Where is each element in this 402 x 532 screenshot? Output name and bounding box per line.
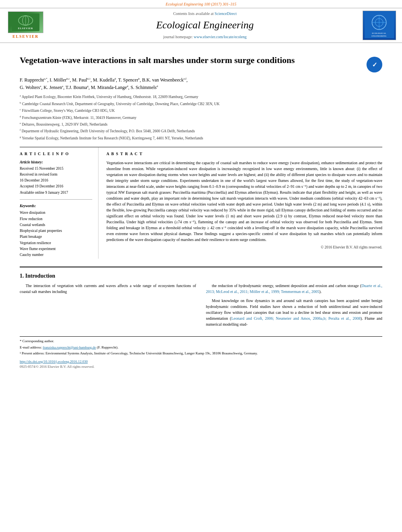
authors-line2: G. Wolterse, K. Jensena, T.J. Boumag, M.… — [20, 85, 158, 90]
footnote-1: ¹ Present address: Environmental Systems… — [20, 351, 382, 356]
affil-e: e Deltares, Boussinesqweg. 1, 2629 HV De… — [20, 121, 382, 127]
corresponding-email[interactable]: franziska.rupprecht@uni-hamburg.de — [43, 345, 96, 349]
keyword-1: Wave dissipation — [20, 210, 92, 215]
info-divider — [20, 199, 92, 200]
keywords-label: Keywords: — [20, 204, 92, 209]
intro-col2-para2: Most knowledge on flow dynamics in and a… — [206, 298, 383, 327]
crossmark-icon[interactable]: ✓ — [367, 57, 382, 72]
abstract-text: Vegetation-wave interactions are critica… — [106, 160, 382, 243]
journal-name: Ecological Engineering — [51, 18, 359, 32]
issn-line: 0925-8574/© 2016 Elsevier B.V. All right… — [20, 364, 382, 369]
article-info-title: A R T I C L E I N F O — [20, 151, 92, 157]
journal-header: ELSEVIER ELSEVIER Contents lists availab… — [0, 8, 402, 43]
affil-a: a Applied Plant Ecology, Biocenter Klein… — [20, 94, 382, 100]
introduction-section: 1. Introduction The interaction of veget… — [20, 267, 382, 331]
doi-anchor[interactable]: http://dx.doi.org/10.1016/j.ecoleng.2016… — [20, 360, 88, 363]
doi-link: http://dx.doi.org/10.1016/j.ecoleng.2016… — [20, 359, 382, 364]
svg-text:✓: ✓ — [372, 61, 377, 68]
keyword-3: Coastal wetlands — [20, 222, 92, 228]
journal-homepage: journal homepage: www.elsevier.com/locat… — [51, 34, 359, 40]
keyword-2: Flow reduction — [20, 217, 92, 222]
affil-f: f Department of Hydraulic Engineering, D… — [20, 128, 382, 134]
article-history-label: Article history: — [20, 160, 92, 165]
intro-number: 1. — [20, 273, 24, 279]
corresponding-note: * Corresponding author. — [20, 339, 382, 344]
intro-heading: 1. Introduction — [20, 272, 382, 280]
ecological-engineering-logo: ECOLOGICAL ENGINEERING — [363, 11, 396, 40]
intro-col2: the reduction of hydrodynamic energy, se… — [206, 283, 383, 330]
accepted-date: Accepted 19 December 2016 — [20, 184, 92, 189]
keyword-4: Biophysical plant properties — [20, 228, 92, 234]
paper-title-section: Vegetation-wave interactions in salt mar… — [20, 55, 382, 72]
journal-citation: Ecological Engineering 100 (2017) 301–31… — [166, 2, 236, 6]
paper-title: Vegetation-wave interactions in salt mar… — [20, 55, 363, 66]
revised-date: 16 December 2016 — [20, 178, 92, 183]
svg-text:ECOLOGICAL: ECOLOGICAL — [372, 32, 386, 34]
received-date: Received 15 November 2015 — [20, 166, 92, 171]
svg-text:ELSEVIER: ELSEVIER — [18, 27, 33, 30]
author-rupprecht: F. Rupprechta,*, I. Möllerb,c, M. Pauld,… — [20, 77, 188, 83]
copyright-line: © 2016 Elsevier B.V. All rights reserved… — [106, 245, 382, 250]
email-note: E-mail address: franziska.rupprecht@uni-… — [20, 345, 382, 350]
ref-duarte[interactable]: Duarte et al., 2013; McLeod et al., 2011… — [206, 284, 383, 294]
authors-line: F. Rupprechta,*, I. Möllerb,c, M. Pauld,… — [20, 76, 382, 91]
affil-c: c Fitzwilliam College, Storey's Way, Cam… — [20, 108, 382, 113]
intro-col2-para1: the reduction of hydrodynamic energy, se… — [206, 283, 383, 295]
keyword-6: Vegetation resilience — [20, 241, 92, 246]
affil-g: g Yerseke Spatial Ecology, Netherlands I… — [20, 135, 382, 141]
elsevier-logo: ELSEVIER ELSEVIER — [4, 11, 47, 39]
keyword-8: Cauchy number — [20, 252, 92, 258]
intro-body: The interaction of vegetation with curre… — [20, 283, 382, 330]
available-online: Available online 9 January 2017 — [20, 190, 92, 195]
elsevier-label: ELSEVIER — [13, 34, 39, 39]
keyword-7: Wave flume experiment — [20, 247, 92, 252]
affiliations: a Applied Plant Ecology, Biocenter Klein… — [20, 94, 382, 141]
footnotes: * Corresponding author. E-mail address: … — [20, 336, 382, 369]
elsevier-logo-section: ELSEVIER ELSEVIER — [4, 11, 47, 39]
affil-d: d Forschungszentrum Küste (FZK), Merkurs… — [20, 115, 382, 120]
affil-b: b Cambridge Coastal Research Unit, Depar… — [20, 101, 382, 107]
received-revised-label: Received in revised form — [20, 172, 92, 177]
intro-col1-para1: The interaction of vegetation with curre… — [20, 283, 196, 295]
abstract-column: A B S T R A C T Vegetation-wave interact… — [106, 147, 382, 258]
abstract-title: A B S T R A C T — [106, 151, 382, 157]
main-content: Vegetation-wave interactions in salt mar… — [0, 43, 402, 373]
article-info-column: A R T I C L E I N F O Article history: R… — [20, 147, 99, 258]
keyword-5: Plant breakage — [20, 234, 92, 239]
journal-logo-right: ECOLOGICAL ENGINEERING — [363, 11, 398, 40]
sciencedirect-link[interactable]: ScienceDirect — [214, 11, 236, 16]
journal-citation-bar: Ecological Engineering 100 (2017) 301–31… — [0, 0, 402, 8]
article-info-abstract: A R T I C L E I N F O Article history: R… — [20, 147, 382, 258]
intro-title: Introduction — [25, 273, 55, 279]
journal-homepage-link[interactable]: www.elsevier.com/locate/ecoleng — [194, 35, 246, 39]
intro-col1: The interaction of vegetation with curre… — [20, 283, 196, 330]
ref-leonard[interactable]: Leonard and Croft, 2006; Neumeier and Am… — [231, 316, 361, 321]
journal-header-center: Contents lists available at ScienceDirec… — [51, 11, 359, 39]
svg-text:ENGINEERING: ENGINEERING — [372, 35, 387, 37]
elsevier-logo-image: ELSEVIER — [8, 11, 43, 33]
contents-line: Contents lists available at ScienceDirec… — [51, 11, 359, 17]
